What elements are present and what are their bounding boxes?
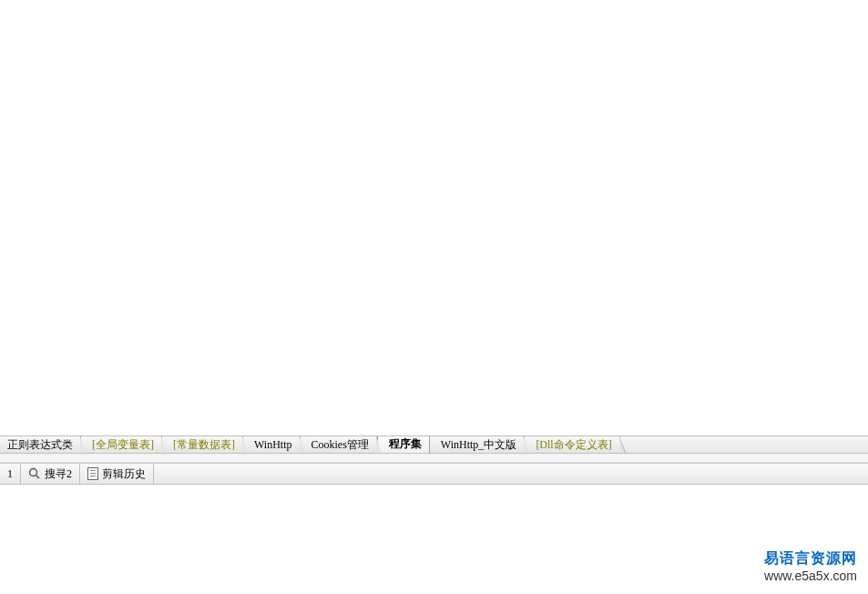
bottom-tab-label: 搜寻2 <box>45 466 72 482</box>
document-tab-bar: 正则表达式类 [全局变量表] [常量数据表] WinHttp Cookies管理… <box>0 435 868 454</box>
tab-label: [全局变量表] <box>92 437 154 453</box>
svg-line-1 <box>36 476 40 479</box>
tab-cookies[interactable]: Cookies管理 <box>301 436 377 453</box>
tab-label: WinHttp <box>254 438 292 452</box>
output-tab-bar: 1 搜寻2 剪辑历史 <box>0 463 868 485</box>
output-panel-area <box>0 485 868 594</box>
tab-dll-cmd[interactable]: [Dll命令定义表] <box>525 436 619 453</box>
tab-label: 正则表达式类 <box>7 437 73 453</box>
tab-winhttp[interactable]: WinHttp <box>243 436 301 453</box>
document-icon <box>87 467 98 480</box>
bottom-tab-label: 剪辑历史 <box>102 466 146 482</box>
tab-label: [常量数据表] <box>173 437 235 453</box>
watermark-title: 易语言资源网 <box>764 549 857 568</box>
search-icon <box>28 467 41 480</box>
bottom-tab-edit-history[interactable]: 剪辑历史 <box>80 464 154 484</box>
tab-label: WinHttp_中文版 <box>441 437 517 453</box>
tab-label: Cookies管理 <box>311 437 369 453</box>
tab-const-data[interactable]: [常量数据表] <box>162 436 243 453</box>
editor-main-area <box>0 0 868 435</box>
bottom-tab-item1[interactable]: 1 <box>0 464 21 484</box>
tab-global-vars[interactable]: [全局变量表] <box>81 436 162 453</box>
tab-regex-class[interactable]: 正则表达式类 <box>0 436 81 453</box>
tab-label: [Dll命令定义表] <box>536 437 611 453</box>
tab-winhttp-cn[interactable]: WinHttp_中文版 <box>430 436 526 453</box>
bottom-tab-search2[interactable]: 搜寻2 <box>21 464 80 484</box>
tab-label: 程序集 <box>389 436 422 452</box>
bottom-tab-suffix: 1 <box>7 467 13 481</box>
svg-point-0 <box>30 469 37 476</box>
divider <box>0 454 868 463</box>
watermark: 易语言资源网 www.e5a5x.com <box>764 549 857 583</box>
tab-programset[interactable]: 程序集 <box>377 435 430 453</box>
watermark-url: www.e5a5x.com <box>764 568 857 583</box>
